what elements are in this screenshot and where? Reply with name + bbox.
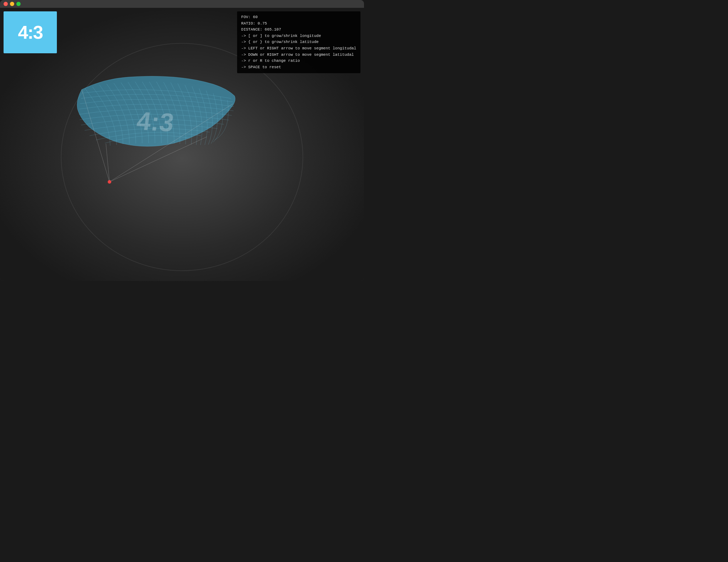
hud-distance: DISTANCE: 665.107 — [241, 27, 356, 33]
close-button[interactable] — [4, 2, 8, 6]
svg-point-0 — [61, 43, 303, 271]
hud-line6: -> SPACE to reset — [241, 64, 356, 71]
hud-line5: -> r or R to change ratio — [241, 58, 356, 64]
app-window: 4:3 4:3 FOV: 60 RATIO: 0.75 DISTANCE: 66… — [0, 0, 364, 281]
hud-ratio: RATIO: 0.75 — [241, 21, 356, 27]
ratio-tile: 4:3 — [4, 11, 57, 53]
hud-line2: -> { or } to grow/shrink latitude — [241, 39, 356, 45]
hud-line3: -> LEFT or RIGHT arrow to move segment l… — [241, 45, 356, 52]
hud-info-box: FOV: 60 RATIO: 0.75 DISTANCE: 665.107 ->… — [237, 11, 360, 73]
hud-fov: FOV: 60 — [241, 14, 356, 21]
titlebar — [0, 0, 364, 8]
ratio-tile-text: 4:3 — [18, 22, 42, 43]
camera-point — [108, 180, 111, 184]
main-content: 4:3 4:3 FOV: 60 RATIO: 0.75 DISTANCE: 66… — [0, 8, 364, 281]
maximize-button[interactable] — [16, 2, 21, 6]
hud-line1: -> [ or ] to grow/shrink longitude — [241, 33, 356, 39]
minimize-button[interactable] — [10, 2, 14, 6]
hud-line4: -> DOWN or RIGHT arrow to move segment l… — [241, 52, 356, 58]
scene-ratio-label: 4:3 — [135, 107, 176, 137]
